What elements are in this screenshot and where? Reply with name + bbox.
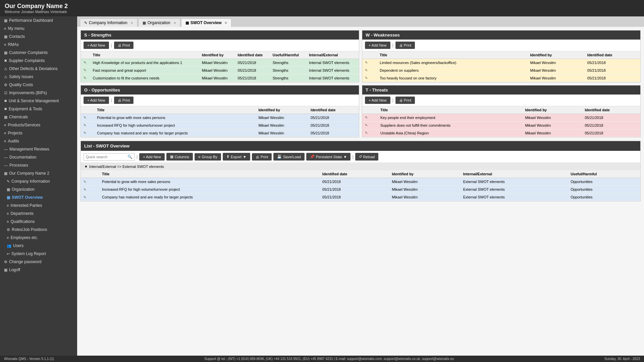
sidebar-icon-users: 👥 — [7, 244, 11, 248]
weaknesses-print-button[interactable]: 🖨 Print — [395, 42, 415, 49]
list-add-button[interactable]: + Add New — [139, 153, 165, 161]
sidebar-item-processes[interactable]: —Processes — [0, 161, 77, 169]
sidebar-item-our-company[interactable]: ▦Our Company Name 2 — [0, 169, 77, 177]
list-print-button[interactable]: 🖨 Print — [252, 153, 272, 161]
list-persistent-button[interactable]: 📌 Persistent State ▼ — [306, 153, 351, 161]
sidebar-item-qualifications[interactable]: ≡Qualifications — [0, 218, 77, 226]
sidebar-item-products-services[interactable]: ≡Products/Services — [0, 121, 77, 129]
sidebar: ▦Performance Dashboard≡My menu▦Contacts≡… — [0, 16, 77, 356]
edit-icon[interactable]: ✎ — [81, 67, 90, 74]
threats-add-button[interactable]: + Add New — [365, 97, 390, 104]
sidebar-item-other-defects[interactable]: ⚠Other Defects & Deviations — [0, 65, 77, 73]
opp-col-title: Title — [94, 106, 256, 114]
weaknesses-col-title: Title — [377, 51, 528, 59]
list-export-button[interactable]: ⬆ Export ▼ — [223, 153, 250, 161]
sidebar-item-improvements[interactable]: ☑Improvements (BIPs) — [0, 89, 77, 97]
edit-icon[interactable]: ✎ — [362, 122, 378, 129]
sidebar-label-rmas: RMAs — [8, 42, 19, 47]
sidebar-item-unit-service[interactable]: ✖Unit & Service Management — [0, 97, 77, 105]
sidebar-item-quality-costs[interactable]: ⚙Quality Costs — [0, 81, 77, 89]
strength-by: Mikael Wesslén — [199, 74, 235, 82]
sidebar-item-contacts[interactable]: ▦Contacts — [0, 33, 77, 41]
sidebar-item-users[interactable]: 👥Users — [0, 242, 77, 250]
tab-company-info-tab[interactable]: ✎Company Information✕ — [80, 18, 138, 27]
tab-close-company-info-tab[interactable]: ✕ — [130, 21, 133, 25]
weakness-by: Mikael Wesslén — [528, 67, 585, 74]
sidebar-item-performance-dashboard[interactable]: ▦Performance Dashboard — [0, 16, 77, 24]
weaknesses-table-scroll[interactable]: Title Identified by Identified date ✎Lim… — [362, 51, 640, 82]
threats-table-scroll[interactable]: Title Identified by Identified date ✎Key… — [362, 106, 640, 137]
sidebar-item-documentation[interactable]: —Documentation — [0, 153, 77, 161]
sidebar-item-swot-overview[interactable]: ▦SWOT Overview — [0, 193, 77, 201]
list-group-header-text: Internal/External => External SWOT eleme… — [89, 165, 164, 169]
edit-icon[interactable]: ✎ — [362, 129, 378, 137]
weakness-date: 05/21/2018 — [585, 67, 640, 74]
edit-icon[interactable]: ✎ — [81, 59, 90, 67]
sidebar-item-organization[interactable]: ▦Organization — [0, 185, 77, 193]
sidebar-item-logoff[interactable]: ▦Logoff — [0, 266, 77, 274]
sidebar-item-projects[interactable]: ≡Projects — [0, 129, 77, 137]
tab-organization-tab[interactable]: ▦Organization✕ — [138, 18, 180, 27]
list-reload-button[interactable]: ↺ Reload — [355, 153, 379, 161]
threats-print-button[interactable]: 🖨 Print — [395, 97, 415, 104]
weaknesses-title: W - Weaknesses — [366, 33, 400, 38]
sidebar-item-customer-complaints[interactable]: ▦Customer Complaints — [0, 49, 77, 57]
tab-close-organization-tab[interactable]: ✕ — [173, 21, 176, 25]
sidebar-item-management-reviews[interactable]: —Management Reviews — [0, 145, 77, 153]
sidebar-item-change-password[interactable]: ⚙Change password — [0, 258, 77, 266]
sidebar-item-rmas[interactable]: ≡RMAs — [0, 41, 77, 49]
search-box[interactable]: 🔍 — [84, 153, 135, 161]
tab-close-swot-tab[interactable]: ✕ — [224, 21, 227, 25]
edit-icon[interactable]: ✎ — [362, 59, 377, 67]
list-columns-button[interactable]: ▦ Columns — [166, 153, 193, 161]
sidebar-item-roles-positions[interactable]: ⚙Roles/Job Positions — [0, 226, 77, 234]
list-save-load-button[interactable]: 💾 Save/Load — [273, 153, 305, 161]
sidebar-item-chemicals[interactable]: ▦Chemicals — [0, 113, 77, 121]
edit-icon[interactable]: ✎ — [81, 114, 94, 122]
sidebar-item-equipment-tools[interactable]: ✖Equipment & Tools — [0, 105, 77, 113]
sidebar-item-audits[interactable]: ≡Audits — [0, 137, 77, 145]
edit-icon[interactable]: ✎ — [362, 67, 377, 74]
sidebar-item-safety-issues[interactable]: ⚠Safety Issues — [0, 73, 77, 81]
sidebar-item-interested-parties[interactable]: ≡Interested Parties — [0, 201, 77, 209]
opp-by: Mikael Wesslén — [256, 129, 308, 137]
sidebar-label-employees: Employees etc. — [10, 235, 38, 240]
group-collapse-icon[interactable]: ▼ — [84, 165, 88, 169]
weaknesses-col-identified-by: Identified by — [528, 51, 585, 59]
sidebar-item-employees[interactable]: ≡Employees etc. — [0, 234, 77, 242]
edit-icon[interactable]: ✎ — [81, 129, 94, 137]
opportunities-print-button[interactable]: 🖨 Print — [114, 97, 134, 104]
edit-icon[interactable]: ✎ — [81, 186, 99, 193]
sidebar-icon-unit-service: ✖ — [4, 99, 7, 103]
tab-swot-tab[interactable]: ▦SWOT Overview✕ — [181, 18, 232, 27]
weaknesses-add-button[interactable]: + Add New — [365, 42, 390, 49]
edit-icon[interactable]: ✎ — [81, 178, 99, 186]
weakness-title: Limited resources (Sales engineers/backo… — [377, 59, 528, 67]
strengths-print-button[interactable]: 🖨 Print — [114, 42, 134, 49]
edit-icon[interactable]: ✎ — [81, 74, 90, 82]
sidebar-item-system-log[interactable]: ↩System Log Report — [0, 250, 77, 258]
edit-icon[interactable]: ✎ — [81, 193, 99, 201]
main-layout: ▦Performance Dashboard≡My menu▦Contacts≡… — [0, 16, 644, 356]
list-group-by-button[interactable]: ≡ Group By — [195, 153, 221, 161]
sidebar-item-my-menu[interactable]: ≡My menu — [0, 24, 77, 33]
strengths-table-scroll[interactable]: Title Identified by Identified date Usef… — [81, 51, 359, 82]
sidebar-item-departments[interactable]: ≡Departments — [0, 209, 77, 218]
sidebar-icon-documentation: — — [4, 155, 8, 159]
opportunities-table-scroll[interactable]: Title Identified by Identified date ✎Pot… — [81, 106, 359, 137]
strengths-col-useful: Useful/Harmful — [270, 51, 306, 59]
sidebar-icon-other-defects: ⚠ — [4, 67, 7, 71]
opportunities-row: ✎Potential to grow with more sales perso… — [81, 114, 359, 122]
edit-icon[interactable]: ✎ — [362, 74, 377, 82]
sidebar-item-supplier-complaints[interactable]: ✖Supplier Complaints — [0, 57, 77, 65]
edit-icon[interactable]: ✎ — [81, 122, 94, 129]
weakness-by: Mikael Wesslén — [528, 59, 585, 67]
opportunities-add-button[interactable]: + Add New — [84, 97, 109, 104]
edit-icon[interactable]: ✎ — [362, 114, 378, 122]
tab-icon-swot-tab: ▦ — [185, 21, 189, 25]
swot-content[interactable]: S - Strengths + Add New | 🖨 Print Tit — [77, 27, 644, 356]
sidebar-item-company-info[interactable]: ✎Company Information — [0, 177, 77, 185]
threats-table: Title Identified by Identified date ✎Key… — [362, 106, 640, 137]
strengths-add-button[interactable]: + Add New — [84, 42, 109, 49]
search-input[interactable] — [86, 155, 126, 159]
